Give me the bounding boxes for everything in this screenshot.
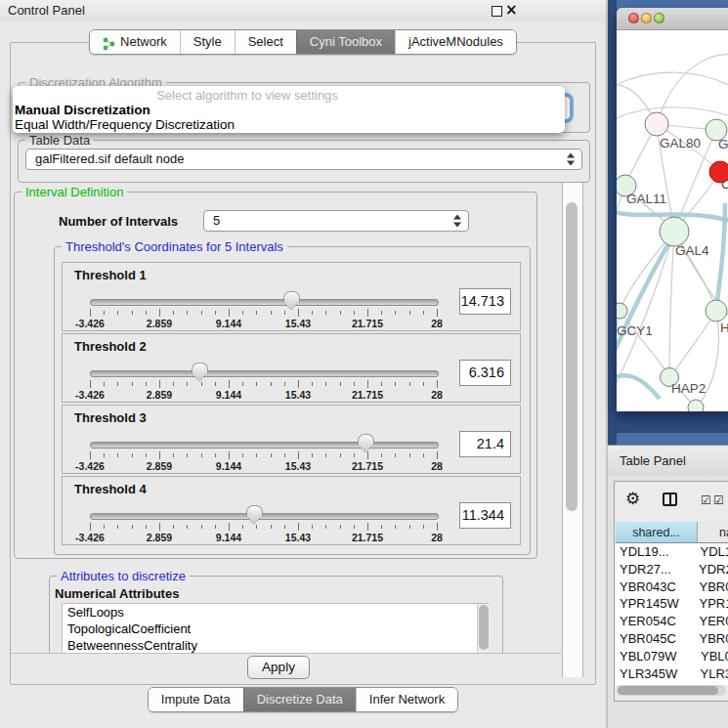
tick-mark [423, 311, 424, 315]
tick-mark [159, 380, 160, 388]
cell-shared-name: YLR345W [616, 665, 695, 683]
threshold-value-field[interactable]: 11.344 [459, 502, 511, 529]
slider-handle[interactable] [246, 505, 263, 517]
table-row[interactable]: YPR145W YPR1 [616, 595, 728, 613]
slider-track[interactable] [90, 299, 439, 306]
tick-mark [271, 382, 272, 386]
network-node-gcy1[interactable] [617, 303, 627, 319]
dropdown-item[interactable]: Manual Discretization [13, 103, 565, 117]
tick-label: 9.144 [216, 460, 241, 472]
tab[interactable]: Infer Network [356, 688, 457, 711]
minimize-traffic-light-icon[interactable] [641, 13, 652, 23]
slider-track[interactable] [90, 442, 439, 449]
gear-icon[interactable]: ⚙ [625, 489, 640, 508]
table-row[interactable]: YDL19... YDL1 [616, 543, 728, 561]
tick-mark [409, 453, 410, 457]
threshold-value-field[interactable]: 6.316 [459, 360, 511, 386]
tick-mark [340, 525, 341, 529]
apply-button[interactable]: Apply [247, 656, 310, 679]
tick-mark [423, 525, 424, 529]
threshold-value-field[interactable]: 21.4 [459, 431, 511, 457]
dropdown-item[interactable]: Equal Width/Frequency Discretization [13, 117, 565, 132]
slider-handle[interactable] [192, 363, 208, 374]
tab[interactable]: Impute Data [149, 688, 243, 711]
tab-label: Network [120, 30, 167, 54]
table-row[interactable]: YLR345W YLR3 [616, 665, 728, 683]
tick-mark [90, 380, 91, 388]
tab[interactable]: Select [235, 30, 296, 54]
threshold-value-field[interactable]: 14.713 [459, 288, 511, 315]
network-node-gal80[interactable] [645, 112, 668, 136]
tab[interactable]: Discretize Data [243, 688, 356, 711]
float-window-icon[interactable] [492, 6, 502, 17]
tick-label: -3.426 [75, 532, 105, 543]
table-row[interactable]: YDR27... YDR2 [616, 561, 728, 578]
cell-name: YER0 [695, 613, 728, 630]
network-node-h[interactable] [706, 300, 727, 321]
tick-mark [201, 311, 202, 315]
tick-mark [187, 311, 188, 315]
attributes-scrollbar-thumb[interactable] [479, 605, 489, 650]
tab[interactable]: Style [180, 30, 235, 54]
zoom-traffic-light-icon[interactable] [654, 13, 664, 23]
table-hscrollbar-thumb[interactable] [618, 686, 718, 695]
tick-mark [117, 382, 118, 386]
tick-mark [367, 451, 368, 459]
panel-scrollbar-thumb[interactable] [566, 202, 578, 511]
tick-mark [90, 523, 91, 531]
column-header-shared-name[interactable]: shared... [616, 522, 698, 543]
slider-track[interactable] [90, 370, 439, 377]
slider-ticks [90, 309, 437, 318]
tick-mark [271, 525, 272, 529]
tab[interactable]: Cyni Toolbox [296, 30, 395, 54]
node-label: GAL80 [660, 136, 701, 150]
attribute-list-item[interactable]: SelfLoops [63, 604, 489, 621]
attribute-list-item[interactable]: TopologicalCoefficient [63, 621, 489, 637]
tick-mark [298, 523, 299, 531]
table-row[interactable]: YBR043C YBR0 [616, 578, 728, 596]
checkbox-checked-icon[interactable]: ☑ [701, 493, 711, 507]
tab[interactable]: jActiveMNodules [395, 30, 516, 54]
network-node-bottom[interactable] [688, 400, 704, 411]
network-window-titlebar[interactable] [617, 8, 728, 30]
number-of-intervals-combobox[interactable]: 5 [203, 210, 469, 232]
slider-handle[interactable] [358, 434, 374, 446]
dropdown-placeholder: Select algorithm to view settings [13, 88, 565, 103]
algorithm-dropdown-popup: Select algorithm to view settings Manual… [13, 86, 565, 133]
tick-mark [367, 380, 368, 388]
network-node-gal4[interactable] [660, 217, 689, 246]
attributes-group-title: Attributes to discretize [57, 569, 190, 583]
combo-stepper-icon [567, 153, 576, 166]
slider-tick-labels: -3.4262.8599.14415.4321.71528 [90, 389, 437, 401]
column-layout-icon[interactable] [663, 492, 677, 506]
attribute-list-item[interactable]: BetweennessCentrality [63, 637, 489, 654]
tick-mark [104, 453, 105, 457]
tick-mark [215, 382, 216, 386]
tick-mark [104, 382, 105, 386]
cell-name: YDR2 [694, 561, 728, 578]
tick-label: 2.859 [147, 389, 172, 401]
table-data-group-title: Table Data [25, 133, 94, 148]
table-hscrollbar-track[interactable] [617, 685, 726, 696]
close-icon[interactable]: × [505, 1, 518, 19]
tick-mark [201, 453, 202, 457]
slider-handle[interactable] [283, 291, 300, 303]
network-canvas[interactable]: GAL80 GA C GAL11 GAL4 GCY1 H HAP2 [617, 29, 728, 411]
table-data-combobox[interactable]: galFiltered.sif default node [25, 149, 582, 170]
table-row[interactable]: YER054C YER0 [616, 613, 728, 630]
close-traffic-light-icon[interactable] [628, 13, 639, 23]
tab[interactable]: Network [90, 30, 180, 54]
column-header-name[interactable]: na [698, 522, 728, 543]
tick-label: 28 [431, 318, 443, 329]
slider-track[interactable] [90, 513, 439, 520]
tick-mark [173, 453, 174, 457]
tick-mark [298, 451, 299, 459]
tab-label: Cyni Toolbox [310, 30, 382, 54]
table-row[interactable]: YBR045C YBR0 [616, 630, 728, 648]
tick-mark [381, 525, 382, 529]
table-row[interactable]: YBL079W YBL0 [616, 648, 728, 665]
checkbox-checked-icon[interactable]: ☑ [713, 493, 724, 507]
top-tab-bar: Network Style [0, 29, 606, 55]
panel-scrollbar-track[interactable] [562, 183, 583, 677]
tick-mark [298, 309, 299, 317]
